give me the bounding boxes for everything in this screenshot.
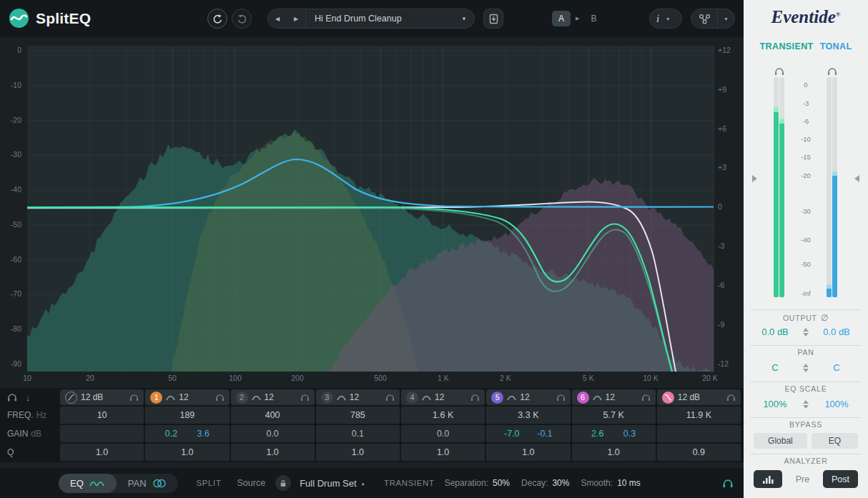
band-freq-value[interactable]: 5.7 K: [572, 407, 656, 424]
band-column-3: 3 12 785 0.1 1.0: [316, 389, 400, 462]
analyzer-spectrum-button[interactable]: [754, 470, 782, 488]
ab-copy-arrow[interactable]: ▶: [576, 16, 579, 21]
band-solo-headphone-icon[interactable]: [726, 394, 736, 402]
bypass-eq-button[interactable]: EQ: [812, 433, 858, 449]
output-tonal-value[interactable]: 0.0 dB: [812, 327, 861, 337]
decay-value[interactable]: 30%: [552, 478, 569, 488]
polarity-icon[interactable]: ∅: [821, 313, 829, 323]
band-q-value[interactable]: 1.0: [316, 444, 400, 461]
band-freq-value[interactable]: 10: [60, 407, 144, 424]
band-solo-headphone-icon[interactable]: [385, 394, 395, 402]
eq-curve-canvas[interactable]: [0, 37, 744, 388]
preset-dropdown-icon[interactable]: ▼: [454, 16, 474, 22]
output-stepper[interactable]: [803, 328, 809, 337]
band-2-header-button[interactable]: 2 12: [231, 389, 315, 405]
band-gain-value[interactable]: 0.1: [316, 425, 400, 442]
decay-label: Decay:: [521, 478, 548, 488]
band-q-value[interactable]: 1.0: [401, 444, 485, 461]
channel-headers: TRANSIENT TONAL: [744, 41, 868, 51]
meter-marker-left[interactable]: [752, 175, 757, 182]
band-q-value[interactable]: 1.0: [572, 444, 656, 461]
band-6-header-button[interactable]: 6 12: [572, 389, 656, 405]
band-slope-value[interactable]: 12 dB: [678, 392, 700, 402]
band-solo-headphone-icon[interactable]: [641, 394, 651, 402]
eq-graph[interactable]: 0 -10 -20 -30 -40 -50 -60 -70 -80 -90 +1…: [0, 37, 744, 388]
ab-a-button[interactable]: A: [552, 11, 571, 26]
band-freq-value[interactable]: 400: [231, 407, 315, 424]
band-number-badge: 6: [577, 392, 589, 404]
transient-listen-headphone-icon[interactable]: [722, 479, 734, 488]
preset-next-button[interactable]: ▶: [287, 16, 305, 22]
global-listen-icon[interactable]: [7, 393, 17, 402]
pan-tonal-value[interactable]: C: [812, 362, 861, 373]
redo-button[interactable]: [232, 9, 252, 29]
band-q-value[interactable]: 1.0: [145, 444, 229, 461]
analyzer-post-button[interactable]: Post: [823, 470, 858, 488]
preset-name[interactable]: Hi End Drum Cleanup: [306, 14, 454, 24]
band-solo-headphone-icon[interactable]: [556, 394, 566, 402]
eq-scale-tonal-value[interactable]: 100%: [812, 399, 861, 409]
band-4-header-button[interactable]: 4 12: [401, 389, 485, 405]
band-q-value[interactable]: 0.9: [657, 444, 741, 461]
band-gain-values[interactable]: 2.6 0.3: [572, 425, 656, 442]
band-q-value[interactable]: 1.0: [486, 444, 570, 461]
band-slope-value[interactable]: 12: [606, 392, 615, 402]
separation-value[interactable]: 50%: [493, 478, 510, 488]
band-gain-values[interactable]: -7.0 -0.1: [486, 425, 570, 442]
analyzer-pre-button[interactable]: Pre: [789, 474, 816, 484]
bypass-buttons: Global EQ: [754, 433, 858, 449]
band-gain-value[interactable]: [657, 425, 741, 442]
eq-view-tab[interactable]: EQ: [59, 474, 117, 493]
band-slope-value[interactable]: 12: [265, 392, 274, 402]
band-q-value[interactable]: 1.0: [60, 444, 144, 461]
pan-view-tab[interactable]: PAN: [117, 478, 178, 489]
bypass-global-button[interactable]: Global: [754, 433, 807, 449]
band-slope-value[interactable]: 12: [520, 392, 529, 402]
routing-button[interactable]: ▼: [691, 9, 735, 29]
separation-label: Separation:: [445, 478, 488, 488]
band-slope-value[interactable]: 12: [435, 392, 444, 402]
band-lp-header-button[interactable]: 12 dB: [657, 389, 741, 405]
band-slope-value[interactable]: 12: [179, 392, 188, 402]
meter-marker-right[interactable]: [854, 175, 859, 182]
band-5-header-button[interactable]: 5 12: [486, 389, 570, 405]
band-solo-headphone-icon[interactable]: [129, 394, 139, 402]
band-freq-value[interactable]: 3.3 K: [486, 407, 570, 424]
band-3-header-button[interactable]: 3 12: [316, 389, 400, 405]
pan-transient-value[interactable]: C: [751, 362, 799, 373]
source-lock-button[interactable]: [275, 475, 291, 491]
band-gain-values[interactable]: 0.2 3.6: [145, 425, 229, 442]
band-freq-value[interactable]: 1.6 K: [401, 407, 485, 424]
band-q-value[interactable]: 1.0: [231, 444, 315, 461]
eq-scale-transient-value[interactable]: 100%: [751, 399, 799, 409]
splitEQ-logo-icon: [9, 8, 29, 29]
band-gain-value[interactable]: [60, 425, 144, 442]
band-freq-value[interactable]: 785: [316, 407, 400, 424]
band-freq-value[interactable]: 189: [145, 407, 229, 424]
ab-b-button[interactable]: B: [584, 11, 603, 26]
preset-prev-button[interactable]: ◀: [268, 16, 287, 22]
collapse-panel-icon[interactable]: ↓: [26, 392, 31, 403]
band-slope-value[interactable]: 12 dB: [81, 392, 103, 402]
save-preset-button[interactable]: [483, 9, 503, 29]
pan-stepper[interactable]: [803, 364, 809, 372]
bell-filter-icon: [593, 394, 602, 401]
band-gain-value[interactable]: 0.0: [401, 425, 485, 442]
undo-button[interactable]: [207, 9, 227, 29]
band-gain-value[interactable]: 0.0: [231, 425, 315, 442]
band-solo-headphone-icon[interactable]: [215, 394, 225, 402]
smooth-value[interactable]: 10 ms: [617, 478, 641, 488]
band-freq-value[interactable]: 11.9 K: [657, 407, 741, 424]
band-solo-headphone-icon[interactable]: [300, 394, 310, 402]
output-transient-value[interactable]: 0.0 dB: [751, 327, 799, 337]
source-dropup-icon[interactable]: ▲: [361, 481, 365, 486]
eq-scale-stepper[interactable]: [803, 400, 809, 409]
source-select[interactable]: Full Drum Set: [300, 478, 356, 489]
band-slope-value[interactable]: 12: [350, 392, 359, 402]
band-solo-headphone-icon[interactable]: [470, 394, 480, 402]
band-hp-header-button[interactable]: 12 dB: [60, 389, 144, 405]
source-label: Source: [237, 478, 266, 488]
band-1-header-button[interactable]: 1 12: [145, 389, 229, 405]
info-button[interactable]: i ▼: [649, 9, 682, 29]
info-dropdown-icon: ▼: [666, 16, 670, 21]
